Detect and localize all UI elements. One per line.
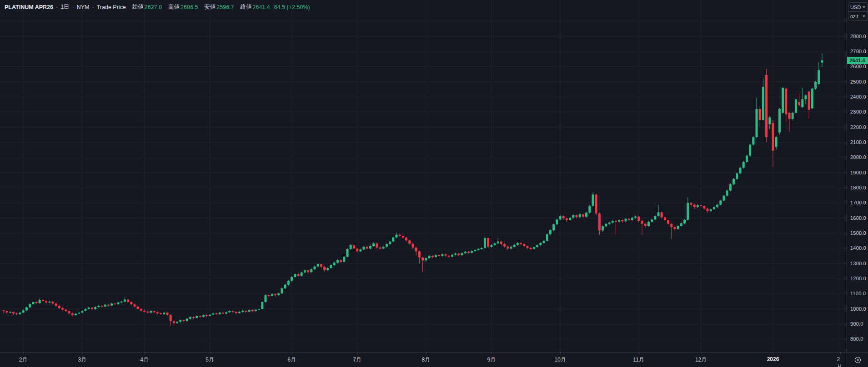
time-axis[interactable]: 2月3月4月5月6月7月8月9月10月11月12月20262月 — [0, 352, 847, 367]
price-axis-label: 2700.0 — [850, 49, 866, 54]
interval-label[interactable]: 1日 — [60, 3, 69, 11]
price-axis-label: 1500.0 — [850, 230, 866, 236]
time-axis-label: 3月 — [78, 356, 86, 364]
price-axis-label: 1700.0 — [850, 200, 866, 205]
time-axis-label: 2026 — [767, 356, 779, 362]
price-axis-separator — [847, 0, 847, 367]
time-axis-label: 6月 — [287, 356, 296, 364]
legend-separator: · — [92, 4, 94, 10]
trading-chart-window: PLATINUM APR26 · 1日 · NYM · Trade Price … — [0, 0, 868, 367]
low-value: 2596.7 — [216, 4, 234, 10]
time-axis-label: 10月 — [554, 356, 566, 364]
close-value: 2641.4 — [253, 4, 270, 10]
unit-selector[interactable]: oz t — [848, 11, 867, 20]
time-axis-label: 11月 — [633, 356, 644, 364]
price-axis-label: 1200.0 — [850, 276, 866, 281]
time-axis-label: 2月 — [837, 356, 843, 367]
legend-separator: · — [56, 4, 58, 10]
price-axis-label: 1900.0 — [850, 170, 866, 175]
price-axis-label: 2400.0 — [850, 94, 866, 99]
candlestick-series — [3, 54, 823, 327]
candlestick-chart[interactable] — [0, 0, 847, 352]
price-axis-label: 1400.0 — [850, 245, 866, 251]
price-axis-label: 2200.0 — [850, 124, 866, 130]
symbol-title[interactable]: PLATINUM APR26 — [5, 4, 53, 10]
time-axis-label: 12月 — [695, 356, 707, 364]
time-axis-label: 2月 — [19, 356, 28, 364]
open-label: 始値 — [132, 3, 144, 11]
hexagon-settings-icon — [854, 356, 862, 364]
timezone-settings-button[interactable] — [847, 352, 868, 367]
price-axis-label: 2300.0 — [850, 109, 866, 114]
time-axis-separator — [0, 352, 868, 352]
legend-separator: · — [72, 4, 74, 10]
price-axis-label: 1100.0 — [850, 291, 866, 296]
price-axis-label: 2800.0 — [850, 34, 866, 39]
price-axis-label: 2600.0 — [850, 64, 866, 69]
price-axis-label: 900.0 — [850, 321, 863, 327]
price-axis-label: 2100.0 — [850, 139, 866, 145]
series-type-label: Trade Price — [97, 4, 126, 10]
high-label: 高値 — [168, 3, 180, 11]
currency-selector[interactable]: USD — [848, 3, 867, 11]
time-axis-label: 8月 — [421, 356, 430, 364]
price-axis[interactable]: USD oz t 2641.4 2800.02700.02600.02500.0… — [847, 0, 868, 352]
chevron-down-icon — [863, 6, 865, 8]
time-axis-label: 7月 — [353, 356, 361, 364]
open-value: 2627.0 — [145, 4, 162, 10]
unit-label: oz t — [850, 14, 858, 19]
price-axis-label: 2000.0 — [850, 154, 866, 160]
price-axis-label: 1300.0 — [850, 261, 866, 266]
high-value: 2686.5 — [181, 4, 198, 10]
price-axis-label: 1600.0 — [850, 215, 866, 221]
change-value: 64.5 (+2.50%) — [274, 4, 310, 10]
last-price-tag: 2641.4 — [847, 57, 868, 64]
chart-legend: PLATINUM APR26 · 1日 · NYM · Trade Price … — [5, 3, 310, 11]
currency-label: USD — [850, 5, 861, 10]
time-axis-label: 9月 — [487, 356, 496, 364]
price-axis-label: 1800.0 — [850, 185, 866, 190]
low-label: 安値 — [204, 3, 216, 11]
price-axis-label: 800.0 — [850, 336, 863, 342]
price-scale-settings: USD oz t — [848, 2, 868, 21]
time-axis-label: 4月 — [140, 356, 149, 364]
exchange-label[interactable]: NYM — [77, 4, 90, 10]
time-axis-label: 5月 — [206, 356, 214, 364]
price-axis-label: 2500.0 — [850, 79, 866, 84]
price-axis-label: 1000.0 — [850, 306, 866, 312]
close-label: 終値 — [241, 3, 252, 11]
chevron-down-icon — [863, 15, 865, 17]
